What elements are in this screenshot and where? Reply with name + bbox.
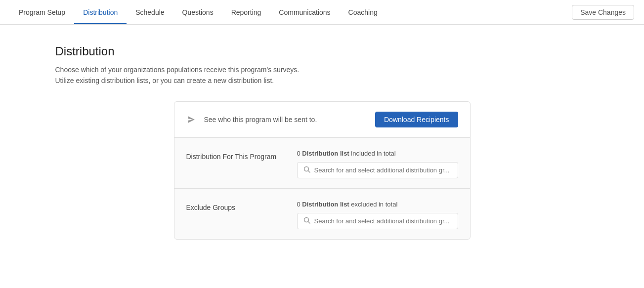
svg-line-1 — [308, 170, 310, 172]
nav-tabs: Program Setup Distribution Schedule Ques… — [10, 0, 386, 24]
distribution-search-box[interactable] — [297, 162, 458, 178]
distribution-card: See who this program will be sent to. Do… — [174, 101, 471, 240]
svg-line-3 — [308, 221, 310, 223]
download-recipients-button[interactable]: Download Recipients — [375, 112, 458, 127]
recipients-text: See who this program will be sent to. — [204, 116, 367, 123]
exclude-groups-count: 0 Distribution list excluded in total — [297, 201, 458, 208]
search-icon — [303, 217, 310, 225]
recipients-row: See who this program will be sent to. Do… — [174, 102, 470, 138]
tab-communications[interactable]: Communications — [270, 0, 339, 24]
exclude-groups-search-input[interactable] — [314, 217, 452, 225]
page-title: Distribution — [55, 44, 589, 58]
exclude-groups-search-box[interactable] — [297, 213, 458, 229]
tab-questions[interactable]: Questions — [173, 0, 222, 24]
distribution-search-input[interactable] — [314, 166, 452, 174]
tab-schedule[interactable]: Schedule — [127, 0, 173, 24]
distribution-for-program-label: Distribution For This Program — [186, 150, 285, 161]
tab-reporting[interactable]: Reporting — [222, 0, 270, 24]
main-content: Distribution Choose which of your organi… — [26, 25, 619, 259]
exclude-groups-section: Exclude Groups 0 Distribution list exclu… — [174, 189, 470, 239]
distribution-for-program-section: Distribution For This Program 0 Distribu… — [174, 138, 470, 189]
exclude-groups-controls: 0 Distribution list excluded in total — [297, 201, 458, 229]
tab-distribution[interactable]: Distribution — [74, 0, 127, 24]
tab-coaching[interactable]: Coaching — [340, 0, 386, 24]
exclude-groups-label: Exclude Groups — [186, 201, 285, 211]
page-description: Choose which of your organizations popul… — [55, 64, 589, 86]
tab-program-setup[interactable]: Program Setup — [10, 0, 74, 24]
distribution-for-program-count: 0 Distribution list included in total — [297, 150, 458, 157]
send-icon — [186, 115, 196, 124]
distribution-for-program-controls: 0 Distribution list included in total — [297, 150, 458, 178]
save-changes-button[interactable]: Save Changes — [572, 5, 634, 20]
nav-bar: Program Setup Distribution Schedule Ques… — [0, 0, 644, 25]
search-icon — [303, 166, 310, 174]
